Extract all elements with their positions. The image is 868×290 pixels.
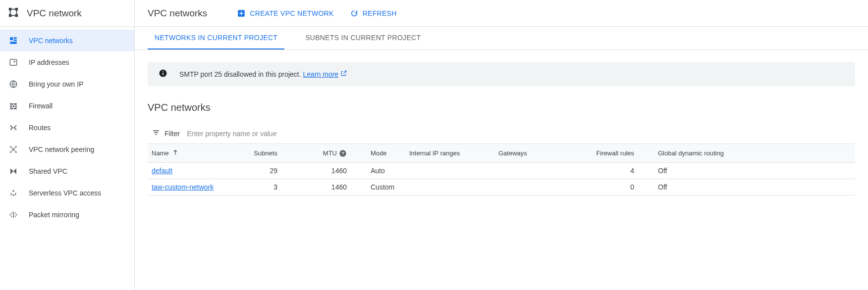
filter-icon[interactable]	[152, 128, 164, 139]
svg-rect-37	[163, 71, 163, 72]
table-header-row: Name Subnets MTU ?	[148, 144, 855, 163]
col-firewall[interactable]: Firewall rules	[574, 144, 638, 163]
sidebar-item-byoip[interactable]: Bring your own IP	[0, 73, 134, 95]
svg-rect-18	[13, 105, 15, 107]
sidebar-item-vpc-networks[interactable]: VPC networks	[0, 30, 134, 51]
svg-rect-10	[14, 40, 17, 41]
svg-rect-20	[10, 108, 13, 109]
cell-subnets: 3	[227, 179, 281, 195]
svg-rect-30	[15, 213, 16, 214]
svg-rect-19	[15, 105, 17, 107]
sidebar-item-label: Firewall	[29, 102, 53, 110]
sidebar: VPC network VPC networks IP addresses Br…	[0, 0, 135, 290]
routes-icon	[8, 123, 19, 132]
svg-point-24	[15, 146, 17, 147]
col-routing[interactable]: Global dynamic routing	[638, 144, 855, 163]
content-area: SMTP port 25 disallowed in this project.…	[135, 50, 868, 207]
network-link[interactable]: default	[152, 167, 172, 175]
peering-icon	[8, 145, 19, 154]
svg-rect-33	[16, 214, 17, 216]
sidebar-item-label: Routes	[29, 124, 51, 132]
cell-firewall: 0	[574, 179, 638, 195]
cell-mtu: 1460	[281, 163, 351, 179]
svg-point-22	[12, 148, 14, 150]
sidebar-item-peering[interactable]: VPC network peering	[0, 139, 134, 160]
svg-rect-40	[156, 134, 157, 135]
banner-message: SMTP port 25 disallowed in this project.…	[179, 70, 347, 78]
svg-rect-29	[11, 216, 12, 217]
sidebar-item-label: Bring your own IP	[29, 80, 84, 88]
filter-input[interactable]	[187, 130, 855, 138]
col-mtu[interactable]: MTU ?	[281, 144, 351, 163]
col-mtu-label: MTU	[323, 149, 337, 157]
create-label: CREATE VPC NETWORK	[250, 9, 333, 17]
cell-gateways	[494, 163, 574, 179]
svg-rect-12	[10, 59, 17, 65]
cell-internal-ip	[405, 163, 494, 179]
col-subnets[interactable]: Subnets	[227, 144, 281, 163]
svg-rect-13	[14, 61, 15, 62]
cell-gateways	[494, 179, 574, 195]
cell-routing: Off	[638, 179, 855, 195]
sort-asc-icon	[172, 149, 179, 157]
sidebar-item-serverless[interactable]: Serverless VPC access	[0, 182, 134, 204]
tab-subnets[interactable]: SUBNETS IN CURRENT PROJECT	[298, 27, 428, 49]
table-row: default 29 1460 Auto 4 Off	[148, 163, 855, 179]
create-vpc-button[interactable]: CREATE VPC NETWORK	[237, 9, 333, 18]
sidebar-item-shared-vpc[interactable]: Shared VPC	[0, 160, 134, 182]
sidebar-item-firewall[interactable]: Firewall	[0, 95, 134, 117]
network-link[interactable]: taw-custom-network	[152, 183, 214, 191]
networks-table: Name Subnets MTU ?	[148, 144, 855, 195]
info-icon	[159, 69, 179, 79]
packet-mirroring-icon	[8, 210, 19, 219]
sidebar-item-ip-addresses[interactable]: IP addresses	[0, 51, 134, 73]
svg-rect-36	[163, 73, 163, 75]
svg-rect-27	[13, 211, 14, 218]
svg-rect-28	[11, 213, 12, 214]
cell-mtu: 1460	[281, 179, 351, 195]
svg-text:?: ?	[341, 151, 344, 156]
svg-rect-32	[10, 214, 11, 216]
svg-rect-9	[14, 37, 17, 39]
sidebar-header: VPC network	[0, 0, 134, 27]
filter-row: Filter	[148, 123, 855, 144]
col-name[interactable]: Name	[148, 144, 227, 163]
vpc-networks-icon	[8, 36, 19, 45]
external-link-icon	[338, 70, 347, 78]
page-title: VPC networks	[148, 8, 207, 19]
info-banner: SMTP port 25 disallowed in this project.…	[148, 62, 855, 86]
cell-mode: Custom	[351, 179, 405, 195]
cell-mode: Auto	[351, 163, 405, 179]
learn-more-link[interactable]: Learn more	[303, 70, 339, 78]
sidebar-nav: VPC networks IP addresses Bring your own…	[0, 27, 134, 226]
shared-vpc-icon	[8, 167, 19, 176]
cell-routing: Off	[638, 163, 855, 179]
svg-rect-39	[154, 132, 158, 133]
refresh-icon	[350, 9, 359, 18]
svg-rect-38	[153, 131, 159, 132]
sidebar-item-mirroring[interactable]: Packet mirroring	[0, 204, 134, 226]
help-icon[interactable]: ?	[337, 149, 347, 157]
sidebar-item-label: IP addresses	[29, 58, 69, 66]
top-bar: VPC networks CREATE VPC NETWORK REFRESH	[135, 0, 868, 27]
tab-networks[interactable]: NETWORKS IN CURRENT PROJECT	[148, 27, 284, 49]
svg-point-26	[15, 151, 17, 153]
firewall-icon	[8, 101, 19, 110]
sidebar-item-label: VPC network peering	[29, 145, 94, 153]
col-gateways[interactable]: Gateways	[494, 144, 574, 163]
cell-internal-ip	[405, 179, 494, 195]
svg-rect-7	[16, 10, 17, 14]
vpc-network-icon	[8, 7, 19, 19]
sidebar-item-routes[interactable]: Routes	[0, 117, 134, 139]
cell-firewall: 4	[574, 163, 638, 179]
svg-point-23	[10, 146, 11, 147]
sidebar-title: VPC network	[27, 8, 82, 19]
col-mode[interactable]: Mode	[351, 144, 405, 163]
refresh-button[interactable]: REFRESH	[350, 9, 397, 18]
main-content: VPC networks CREATE VPC NETWORK REFRESH …	[135, 0, 868, 290]
svg-point-25	[10, 151, 11, 153]
svg-rect-6	[10, 10, 11, 14]
col-internal-ip[interactable]: Internal IP ranges	[405, 144, 494, 163]
svg-rect-17	[10, 105, 12, 107]
ip-addresses-icon	[8, 58, 19, 67]
